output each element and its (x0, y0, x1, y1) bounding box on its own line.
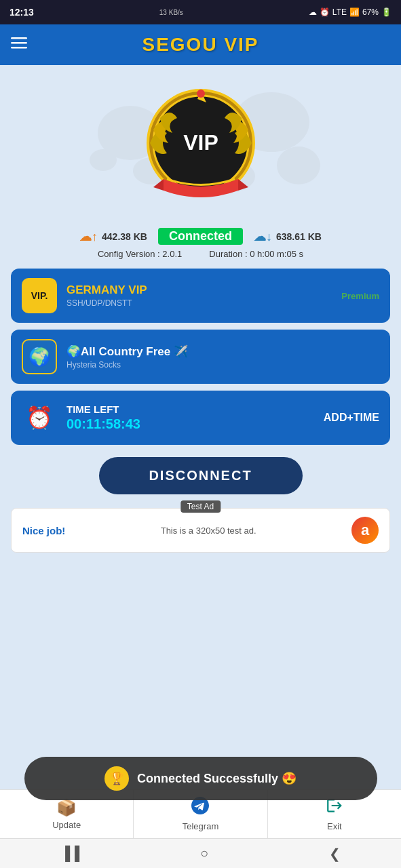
world-card-icon: 🌍 (22, 339, 57, 374)
status-right: ☁ ⏰ LTE 📶 67% 🔋 (309, 7, 392, 17)
vip-medal: VIP (133, 79, 269, 214)
time-info: TIME LEFT 00:11:58:43 (66, 403, 314, 432)
ad-brand-icon: a (351, 517, 379, 544)
main-content: VIP ☁↑ 442.38 KB Connected ☁↓ 638.61 KB … (0, 65, 401, 614)
vip-card-icon: VIP. (22, 278, 57, 313)
download-value: 638.61 KB (276, 231, 322, 242)
connected-toast: 🏆 Connected Successfully 😍 (24, 757, 377, 800)
config-row: Config Version : 2.0.1 Duration : 0 h:00… (11, 249, 390, 259)
config-version-value: 2.0.1 (162, 249, 182, 259)
spacer (11, 566, 390, 607)
all-country-server-card[interactable]: 🌍 🌍All Country Free ✈️ Hysteria Socks (11, 330, 390, 384)
upload-icon: ☁↑ (79, 229, 98, 244)
stats-row: ☁↑ 442.38 KB Connected ☁↓ 638.61 KB (11, 228, 390, 245)
svg-rect-0 (11, 37, 27, 39)
network-speed: 13 KB/s (159, 9, 183, 16)
status-time: 12:13 (9, 7, 34, 18)
time-left-card: ⏰ TIME LEFT 00:11:58:43 ADD+TIME (11, 391, 390, 445)
upload-stat: ☁↑ 442.38 KB (79, 229, 147, 244)
android-nav-bar: ▐▐ ○ ❮ (0, 838, 401, 868)
vip-badge-container: VIP (11, 72, 390, 228)
svg-point-13 (197, 90, 205, 98)
ad-label: Test Ad (180, 500, 221, 513)
svg-text:VIP: VIP (183, 130, 218, 155)
download-stat: ☁↓ 638.61 KB (254, 229, 322, 244)
recent-apps-button[interactable]: ▐▐ (60, 846, 79, 861)
menu-button[interactable] (11, 35, 27, 55)
allcountry-server-name: 🌍All Country Free ✈️ (66, 344, 379, 359)
duration-label: Duration : 0 h:00 m:05 s (209, 249, 303, 259)
duration-value: 0 h:00 m:05 s (250, 249, 303, 259)
update-icon: 📦 (56, 798, 77, 817)
toast-icon: 🏆 (104, 766, 129, 791)
battery-level: 67% (362, 7, 379, 17)
germany-vip-server-card[interactable]: VIP. GERMANY VIP SSH/UDP/DNSTT Premium (11, 269, 390, 323)
signal-icon: 📶 (349, 7, 360, 17)
connection-status: Connected (158, 228, 243, 245)
time-value: 00:11:58:43 (66, 416, 314, 432)
ad-banner: Test Ad Nice job! This is a 320x50 test … (11, 508, 390, 553)
germany-server-badge: Premium (341, 291, 379, 301)
app-header: SEGOU VIP (0, 24, 401, 65)
upload-value: 442.38 KB (102, 231, 147, 242)
svg-rect-2 (11, 47, 27, 49)
battery-icon: 🔋 (381, 7, 392, 17)
app-title: SEGOU VIP (142, 34, 259, 56)
allcountry-server-protocol: Hysteria Socks (66, 360, 379, 370)
ad-text: This is a 320x50 test ad. (72, 526, 345, 536)
svg-point-9 (90, 149, 117, 171)
cloud-icon: ☁ (309, 7, 317, 17)
status-bar: 12:13 13 KB/s ☁ ⏰ LTE 📶 67% 🔋 (0, 0, 401, 24)
back-button[interactable]: ❮ (329, 846, 341, 862)
germany-server-protocol: SSH/UDP/DNSTT (66, 298, 332, 308)
svg-rect-1 (11, 42, 27, 44)
lte-label: LTE (332, 7, 347, 17)
time-label: TIME LEFT (66, 403, 314, 415)
toast-message: Connected Successfully 😍 (137, 771, 297, 786)
nav-exit-label: Exit (327, 821, 342, 831)
germany-server-info: GERMANY VIP SSH/UDP/DNSTT (66, 283, 332, 308)
home-button[interactable]: ○ (200, 846, 208, 861)
allcountry-server-info: 🌍All Country Free ✈️ Hysteria Socks (66, 344, 379, 370)
config-label: Config Version : 2.0.1 (98, 249, 182, 259)
clock-icon: ⏰ (22, 400, 57, 435)
germany-server-name: GERMANY VIP (66, 283, 332, 297)
svg-point-6 (277, 146, 320, 184)
ad-nicejob: Nice job! (22, 525, 65, 536)
download-icon: ☁↓ (254, 229, 272, 244)
nav-update-label: Update (52, 820, 81, 830)
nav-telegram-label: Telegram (183, 821, 218, 831)
disconnect-button[interactable]: DISCONNECT (99, 457, 303, 494)
alarm-icon: ⏰ (320, 7, 330, 17)
add-time-button[interactable]: ADD+TIME (324, 412, 379, 424)
